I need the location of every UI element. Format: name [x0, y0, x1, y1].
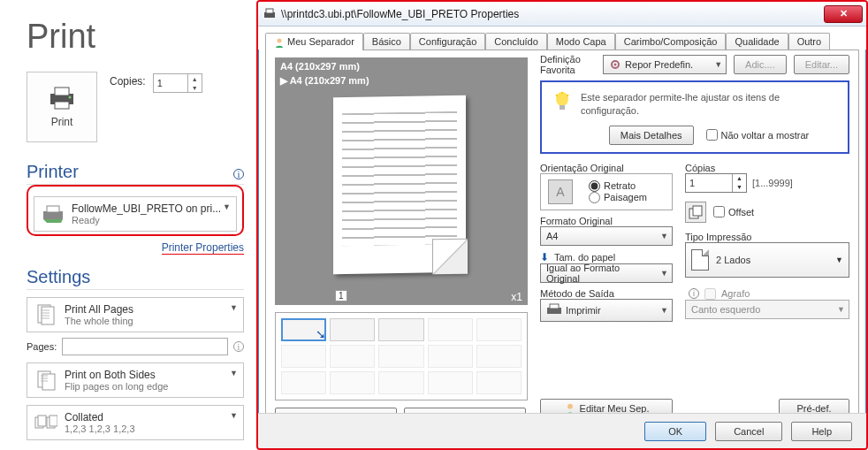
metodo-select[interactable]: Imprimir▼	[540, 299, 673, 322]
layout-thumb[interactable]	[378, 345, 423, 368]
copies-input[interactable]: 1 ▲▼	[153, 73, 202, 93]
printer-status: Ready	[72, 215, 229, 225]
svg-rect-20	[560, 105, 565, 110]
layout-thumb[interactable]	[281, 345, 326, 368]
tab-body: Definição Favorita Repor Predefin.▼ Adic…	[265, 50, 859, 430]
printer-device-icon	[42, 202, 65, 226]
favorite-add-button[interactable]: Adic....	[734, 55, 787, 74]
formato-select[interactable]: A4▼	[540, 226, 673, 246]
dialog-titlebar: \\printdc3.ubi.pt\FollowMe_UBI_PRETO Pro…	[258, 2, 866, 27]
dialog-title: \\printdc3.ubi.pt\FollowMe_UBI_PRETO Pro…	[281, 8, 819, 20]
svg-rect-24	[693, 206, 702, 216]
tam-papel-label: ⬇Tam. do papel	[540, 251, 673, 263]
layout-thumb[interactable]	[428, 345, 473, 368]
preview-page-number: 1	[335, 290, 347, 301]
printer-picker[interactable]: FollowMe_UBI_PRETO on pri... Ready ▼	[34, 196, 237, 232]
mais-detalhes-button[interactable]: Mais Detalhes	[609, 126, 694, 145]
copias-input[interactable]: 1▲▼	[685, 173, 747, 193]
layout-thumbnails: ➘	[275, 312, 528, 400]
cancel-button[interactable]: Cancel	[715, 422, 782, 441]
down-arrow-icon: ⬇	[540, 251, 549, 263]
layout-thumb[interactable]	[378, 371, 423, 394]
print-range-picker[interactable]: Print All Pages The whole thing ▼	[27, 297, 244, 332]
layout-thumb[interactable]	[428, 318, 473, 341]
gear-icon	[609, 58, 621, 71]
favorite-select[interactable]: Repor Predefin.▼	[603, 55, 727, 74]
chevron-down-icon: ▼	[230, 369, 238, 378]
layout-thumb[interactable]: ➘	[281, 318, 326, 341]
chevron-down-icon: ▼	[230, 411, 238, 420]
layout-thumb[interactable]	[330, 345, 375, 368]
print-button[interactable]: Print	[27, 72, 97, 142]
layout-thumb[interactable]	[428, 371, 473, 394]
printer-icon	[48, 86, 76, 111]
printer-properties-link[interactable]: Printer Properties	[162, 241, 244, 255]
info-box: Este separador permite-lhe ajustar os it…	[540, 80, 849, 154]
tam-papel-select[interactable]: Igual ao Formato Original▼	[540, 263, 673, 283]
settings-section-head: Settings	[27, 267, 244, 290]
pages-input[interactable]	[62, 338, 228, 355]
pages-label: Pages:	[27, 341, 57, 352]
spinner-down-icon[interactable]: ▼	[188, 83, 202, 92]
close-button[interactable]: ✕	[824, 5, 863, 23]
svg-rect-15	[266, 9, 273, 13]
tab-basico[interactable]: Básico	[363, 33, 410, 50]
duplex-picker[interactable]: Print on Both Sides Flip pages on long e…	[27, 362, 244, 398]
tab-carimbo[interactable]: Carimbo/Composição	[615, 33, 727, 50]
tab-qualidade[interactable]: Qualidade	[726, 33, 788, 50]
tabstrip: Meu Separador Básico Configuração Conclu…	[258, 27, 866, 50]
svg-rect-5	[47, 206, 59, 212]
person-icon	[274, 37, 285, 48]
svg-rect-9	[42, 374, 55, 390]
svg-rect-1	[55, 88, 69, 95]
nao-voltar-checkbox[interactable]: Não voltar a mostrar	[706, 129, 810, 141]
preview-multiplier: x1	[511, 291, 522, 303]
ok-button[interactable]: OK	[644, 422, 706, 441]
printer-name: FollowMe_UBI_PRETO on pri...	[72, 202, 229, 215]
tipo-impressao-select[interactable]: 2 Lados▼	[685, 242, 849, 278]
page-preview	[333, 95, 466, 275]
help-button[interactable]: Help	[791, 422, 852, 441]
offset-checkbox[interactable]: Offset	[713, 206, 754, 217]
agrafo-select: Canto esquerdo▼	[685, 300, 849, 319]
duplex-icon	[34, 368, 57, 393]
tab-outro[interactable]: Outro	[788, 33, 831, 50]
copias-label: Cópias	[685, 163, 849, 173]
orientation-landscape-radio[interactable]: Paisagem	[589, 192, 647, 203]
print-title: Print	[27, 18, 244, 56]
info-text: Este separador permite-lhe ajustar os it…	[581, 91, 837, 118]
orientation-icon: A	[548, 179, 573, 204]
chevron-down-icon: ▼	[230, 303, 238, 312]
spinner-up-icon[interactable]: ▲	[188, 74, 202, 83]
orientation-portrait-radio[interactable]: Retrato	[589, 180, 647, 192]
layout-thumb[interactable]	[330, 371, 375, 394]
svg-rect-13	[49, 416, 57, 426]
info-icon[interactable]: i	[233, 169, 244, 179]
layout-thumb[interactable]	[281, 371, 326, 394]
layout-thumb[interactable]	[330, 318, 375, 341]
svg-rect-22	[550, 304, 559, 309]
document-icon	[691, 249, 709, 271]
svg-rect-11	[38, 416, 46, 426]
copies-label: Copies:	[110, 75, 146, 88]
tab-modo-capa[interactable]: Modo Capa	[547, 33, 615, 50]
collate-icon	[34, 410, 57, 435]
favorite-edit-button[interactable]: Editar...	[794, 55, 849, 74]
layout-thumb[interactable]	[378, 318, 423, 341]
printer-icon	[546, 303, 562, 317]
tipo-label: Tipo Impressão	[685, 232, 849, 242]
layout-thumb[interactable]	[476, 318, 522, 341]
svg-point-3	[69, 96, 72, 99]
tab-configuracao[interactable]: Configuração	[410, 33, 485, 50]
collate-picker[interactable]: Collated 1,2,3 1,2,3 1,2,3 ▼	[27, 405, 244, 440]
tab-concluido[interactable]: Concluído	[485, 33, 547, 50]
layout-thumb[interactable]	[476, 345, 522, 368]
printer-icon	[263, 8, 276, 20]
print-button-label: Print	[51, 116, 73, 128]
info-icon[interactable]: i	[233, 341, 244, 352]
tab-meu-separador[interactable]: Meu Separador	[265, 33, 363, 50]
info-icon: i	[689, 288, 699, 299]
svg-rect-2	[55, 102, 69, 109]
agrafo-label: i Agrafo	[685, 288, 849, 300]
layout-thumb[interactable]	[476, 371, 522, 394]
